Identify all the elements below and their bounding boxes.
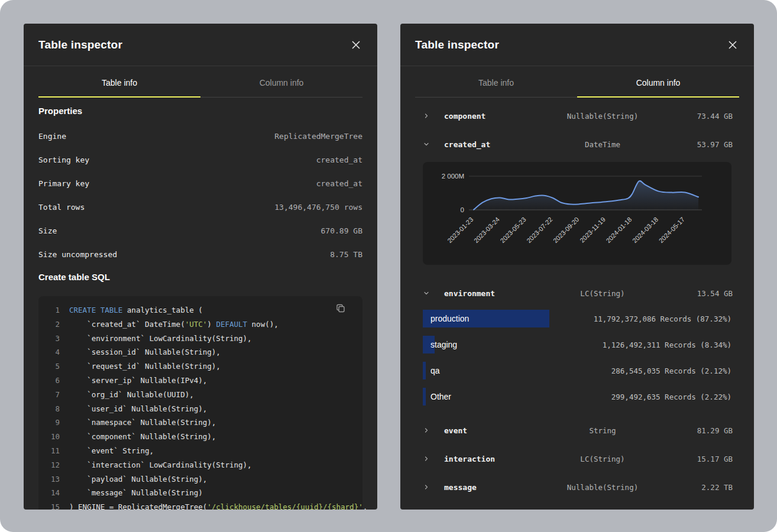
sql-lines: 1CREATE TABLE analytics_table (2 `create… xyxy=(47,303,354,510)
screenshot-canvas: Table inspector Table info Column info P… xyxy=(0,0,777,532)
column-row-message[interactable]: messageNullable(String)2.22 TB xyxy=(415,473,739,501)
chevron-wrap xyxy=(423,290,432,297)
environment-value-label: staging xyxy=(423,340,457,349)
column-list: componentNullable(String)73.44 GB create… xyxy=(415,102,739,501)
column-row-environment[interactable]: environmentLC(String)13.54 GB xyxy=(415,279,739,307)
sql-token: `message` Nullable(String) xyxy=(69,486,203,500)
sql-token: CREATE TABLE xyxy=(69,303,122,317)
table-inspector-dialog-table-info: Table inspector Table info Column info P… xyxy=(24,24,377,510)
sql-token: `created_at` DateTime( xyxy=(69,317,185,332)
line-number: 3 xyxy=(47,332,60,346)
sql-token: `session_id` Nullable(String), xyxy=(69,345,221,359)
property-row: Size670.89 GB xyxy=(38,219,362,242)
property-value: created_at xyxy=(316,179,362,188)
sql-code-block: 1CREATE TABLE analytics_table (2 `create… xyxy=(38,296,362,510)
dialog-title: Table inspector xyxy=(415,38,499,51)
sql-line: 13 `payload` Nullable(String), xyxy=(47,472,354,486)
tab-table-info[interactable]: Table info xyxy=(415,66,577,97)
chevron-right-icon xyxy=(423,484,430,491)
sql-token: `server_ip` Nullable(IPv4), xyxy=(69,374,207,388)
chevron-wrap xyxy=(423,427,432,434)
sql-line: 12 `interaction` LowCardinality(String), xyxy=(47,458,354,472)
column-name: event xyxy=(444,426,543,435)
column-type: LC(String) xyxy=(543,455,662,463)
sql-line: 14 `message` Nullable(String) xyxy=(47,486,354,500)
line-number: 1 xyxy=(47,303,60,317)
x-axis-tick-label: 2024-05-17 xyxy=(658,216,686,244)
environment-value-row: qa286,545,035 Records (2.12%) xyxy=(423,362,731,379)
chevron-down-icon xyxy=(423,141,430,148)
x-axis-tick-label: 2023-01-23 xyxy=(446,216,474,244)
property-label: Engine xyxy=(38,132,66,141)
property-value: 13,496,476,750 rows xyxy=(274,203,362,212)
column-size: 13.54 GB xyxy=(662,289,733,298)
environment-value-records: 1,126,492,311 Records (8.34%) xyxy=(603,340,731,349)
sql-token: `environment` LowCardinality(String), xyxy=(69,332,252,346)
line-number: 9 xyxy=(47,416,60,430)
sql-token: DEFAULT xyxy=(216,317,247,332)
sql-line: 15) ENGINE = ReplicatedMergeTree('/click… xyxy=(47,500,354,510)
environment-value-records: 299,492,635 Records (2.22%) xyxy=(611,392,731,401)
sql-token: analytics_table ( xyxy=(122,303,202,317)
x-axis-tick-label: 2023-11-19 xyxy=(578,216,607,244)
sql-line: 4 `session_id` Nullable(String), xyxy=(47,345,354,359)
sql-token: `user_id` Nullable(String), xyxy=(69,402,207,416)
property-value: 8.75 TB xyxy=(330,250,362,259)
column-row-created_at[interactable]: created_atDateTime53.97 GB xyxy=(415,130,739,158)
x-axis-tick-label: 2023-03-24 xyxy=(472,216,501,244)
column-size: 15.17 GB xyxy=(662,455,733,463)
column-name: created_at xyxy=(444,140,543,149)
environment-value-row: Other299,492,635 Records (2.22%) xyxy=(423,388,731,406)
property-label: Size uncompressed xyxy=(38,250,117,259)
column-row-component[interactable]: componentNullable(String)73.44 GB xyxy=(415,102,739,130)
column-name: environment xyxy=(444,289,543,298)
environment-value-row: staging1,126,492,311 Records (8.34%) xyxy=(423,336,731,353)
properties-list: EngineReplicatedMergeTreeSorting keycrea… xyxy=(38,124,362,266)
properties-heading: Properties xyxy=(38,106,362,116)
property-value: ReplicatedMergeTree xyxy=(274,132,362,141)
sql-line: 9 `namespace` Nullable(String), xyxy=(47,416,354,430)
environment-value-bars: production11,792,372,086 Records (87.32%… xyxy=(415,310,739,406)
chevron-down-icon xyxy=(423,290,430,297)
chevron-wrap xyxy=(423,455,432,462)
property-row: Size uncompressed8.75 TB xyxy=(38,242,362,266)
column-row-event[interactable]: eventString81.29 GB xyxy=(415,416,739,445)
close-icon[interactable] xyxy=(726,38,739,51)
x-axis-tick-label: 2024-01-18 xyxy=(604,216,633,244)
tab-bar: Table info Column info xyxy=(38,66,362,98)
dialog-title: Table inspector xyxy=(38,38,122,51)
column-info-body: componentNullable(String)73.44 GB create… xyxy=(400,102,754,501)
column-name: component xyxy=(444,112,543,121)
sql-line: 6 `server_ip` Nullable(IPv4), xyxy=(47,374,354,388)
property-label: Size xyxy=(38,226,57,235)
property-label: Sorting key xyxy=(38,155,89,164)
sql-line: 2 `created_at` DateTime('UTC') DEFAULT n… xyxy=(47,317,354,332)
column-type: LC(String) xyxy=(543,289,662,298)
close-icon[interactable] xyxy=(349,38,362,51)
column-size: 53.97 GB xyxy=(662,140,733,149)
line-number: 6 xyxy=(47,374,60,388)
line-number: 15 xyxy=(47,500,60,510)
copy-icon[interactable] xyxy=(334,302,347,317)
column-size: 73.44 GB xyxy=(662,112,733,121)
area-chart-svg: 02 000M 2023-01-232023-03-242023-05-2320… xyxy=(423,162,731,265)
chevron-right-icon xyxy=(423,112,430,119)
table-info-body: Properties EngineReplicatedMergeTreeSort… xyxy=(24,106,377,510)
chevron-wrap xyxy=(423,112,432,119)
property-value: created_at xyxy=(316,155,362,164)
dialog-header: Table inspector xyxy=(400,24,754,66)
tab-column-info[interactable]: Column info xyxy=(200,66,362,97)
sql-token: `namespace` Nullable(String), xyxy=(69,416,216,430)
tab-table-info[interactable]: Table info xyxy=(38,66,200,98)
tab-column-info[interactable]: Column info xyxy=(577,66,739,98)
line-number: 11 xyxy=(47,444,60,458)
column-name: message xyxy=(444,483,543,492)
column-size: 81.29 GB xyxy=(662,426,733,435)
x-axis-tick-label: 2023-07-22 xyxy=(525,216,553,244)
environment-value-label: qa xyxy=(423,366,440,375)
column-row-interaction[interactable]: interactionLC(String)15.17 GB xyxy=(415,445,739,473)
column-type: Nullable(String) xyxy=(543,483,662,492)
column-size: 2.22 TB xyxy=(662,483,733,492)
column-type: String xyxy=(543,426,662,435)
line-number: 2 xyxy=(47,317,60,332)
